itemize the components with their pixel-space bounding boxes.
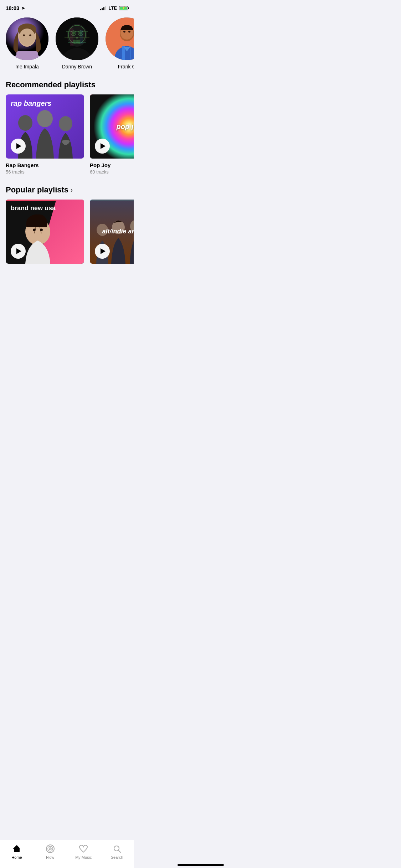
playlist-thumb-pop-joy: pop joy bbox=[90, 94, 134, 159]
artist-avatar-danny bbox=[56, 17, 98, 60]
svg-rect-16 bbox=[76, 40, 78, 43]
svg-point-28 bbox=[18, 115, 32, 131]
playlist-thumb-alt-indie: alt/indie americas bbox=[90, 200, 134, 264]
svg-rect-18 bbox=[66, 31, 88, 32]
pop-joy-play-button[interactable] bbox=[95, 139, 110, 154]
rap-bangers-play-button[interactable] bbox=[11, 139, 26, 154]
recommended-playlists-scroll[interactable]: rap bangers bbox=[0, 94, 134, 175]
playlist-card-brand-new-usa[interactable]: brand new usa bbox=[6, 200, 84, 267]
pop-joy-playlist-title: pop joy bbox=[116, 123, 134, 131]
artist-name-frank: Frank O bbox=[118, 64, 134, 69]
artist-name-danny: Danny Brown bbox=[62, 64, 92, 69]
pop-joy-tracks: 60 tracks bbox=[90, 169, 134, 175]
popular-section: Popular playlists › brand new usa bbox=[0, 182, 134, 274]
popular-playlists-scroll[interactable]: brand new usa bbox=[0, 200, 134, 267]
artist-name-tame: me Impala bbox=[15, 64, 38, 69]
artists-scroll[interactable]: me Impala bbox=[0, 14, 134, 77]
svg-point-4 bbox=[19, 29, 35, 46]
playlist-card-alt-indie[interactable]: alt/indie americas bbox=[90, 200, 134, 267]
popular-title: Popular playlists bbox=[6, 185, 68, 195]
artist-avatar-tame bbox=[6, 17, 48, 60]
rap-bangers-tracks: 56 tracks bbox=[6, 169, 84, 175]
artist-avatar-frank bbox=[106, 17, 134, 60]
location-icon: ➤ bbox=[21, 6, 25, 11]
playlist-thumb-rap-bangers: rap bangers bbox=[6, 94, 84, 159]
svg-point-30 bbox=[59, 116, 72, 131]
rap-bangers-name: Rap Bangers bbox=[6, 162, 84, 168]
popular-arrow: › bbox=[71, 186, 73, 194]
status-bar: 18:03 ➤ LTE ⚡ bbox=[0, 0, 134, 14]
svg-rect-22 bbox=[80, 30, 83, 44]
status-time: 18:03 ➤ bbox=[6, 5, 25, 11]
playlist-card-pop-joy[interactable]: pop joy Pop Joy 60 tracks bbox=[90, 94, 134, 175]
svg-point-26 bbox=[123, 31, 125, 33]
svg-point-27 bbox=[128, 31, 130, 33]
signal-icon bbox=[100, 6, 106, 10]
lte-label: LTE bbox=[108, 5, 117, 11]
svg-point-5 bbox=[23, 35, 25, 36]
artist-item[interactable]: me Impala bbox=[6, 17, 48, 69]
svg-point-34 bbox=[33, 229, 36, 231]
playlist-thumb-brand-new-usa: brand new usa bbox=[6, 200, 84, 264]
playlist-card-rap-bangers[interactable]: rap bangers bbox=[6, 94, 84, 175]
status-right: LTE ⚡ bbox=[100, 5, 128, 11]
svg-point-29 bbox=[37, 110, 53, 127]
artist-item[interactable]: Danny Brown bbox=[56, 17, 98, 69]
svg-rect-19 bbox=[65, 37, 89, 38]
artist-item[interactable]: Frank O bbox=[106, 17, 134, 69]
svg-point-6 bbox=[29, 35, 31, 36]
pop-joy-name: Pop Joy bbox=[90, 162, 134, 168]
popular-header[interactable]: Popular playlists › bbox=[0, 185, 134, 200]
svg-rect-7 bbox=[16, 51, 38, 60]
brand-new-usa-play-button[interactable] bbox=[11, 244, 26, 259]
alt-indie-playlist-title: alt/indie americas bbox=[102, 228, 134, 236]
svg-point-35 bbox=[40, 229, 43, 231]
recommended-title: Recommended playlists bbox=[6, 80, 96, 89]
recommended-section: Recommended playlists rap bangers bbox=[0, 77, 134, 182]
battery-icon: ⚡ bbox=[119, 6, 128, 10]
alt-indie-play-button[interactable] bbox=[95, 244, 110, 259]
svg-rect-21 bbox=[70, 28, 73, 46]
recommended-header: Recommended playlists bbox=[0, 80, 134, 94]
